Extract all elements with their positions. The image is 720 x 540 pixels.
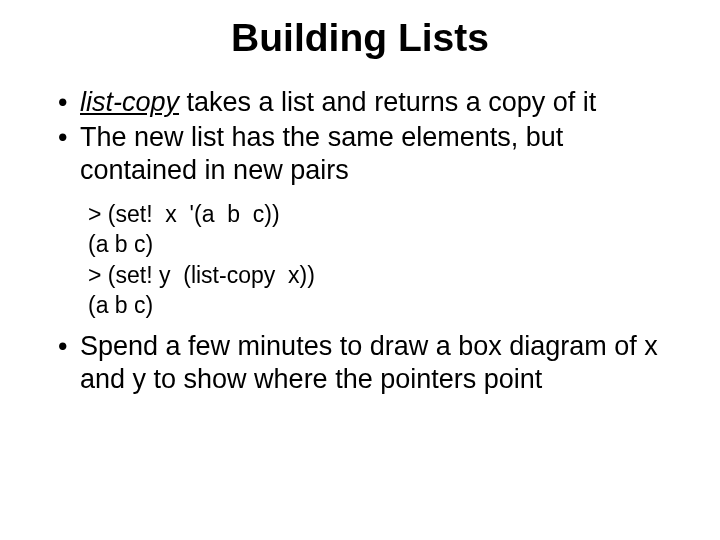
- code-block: > (set! x '(a b c)) (a b c) > (set! y (l…: [88, 199, 662, 320]
- bullet-1: • list-copy takes a list and returns a c…: [58, 86, 662, 119]
- bullet-dot: •: [58, 330, 80, 396]
- bullet-3-text: Spend a few minutes to draw a box diagra…: [80, 330, 662, 396]
- bullet-dot: •: [58, 121, 80, 187]
- slide-title: Building Lists: [58, 16, 662, 60]
- code-line-2: (a b c): [88, 229, 662, 259]
- bullet-1-rest: takes a list and returns a copy of it: [179, 87, 596, 117]
- bullet-1-text: list-copy takes a list and returns a cop…: [80, 86, 662, 119]
- bullet-2: • The new list has the same elements, bu…: [58, 121, 662, 187]
- code-line-4: (a b c): [88, 290, 662, 320]
- bullet-dot: •: [58, 86, 80, 119]
- code-line-1: > (set! x '(a b c)): [88, 199, 662, 229]
- proc-name-list-copy: list-copy: [80, 87, 179, 117]
- bullet-3: • Spend a few minutes to draw a box diag…: [58, 330, 662, 396]
- code-line-3: > (set! y (list-copy x)): [88, 260, 662, 290]
- bullet-2-text: The new list has the same elements, but …: [80, 121, 662, 187]
